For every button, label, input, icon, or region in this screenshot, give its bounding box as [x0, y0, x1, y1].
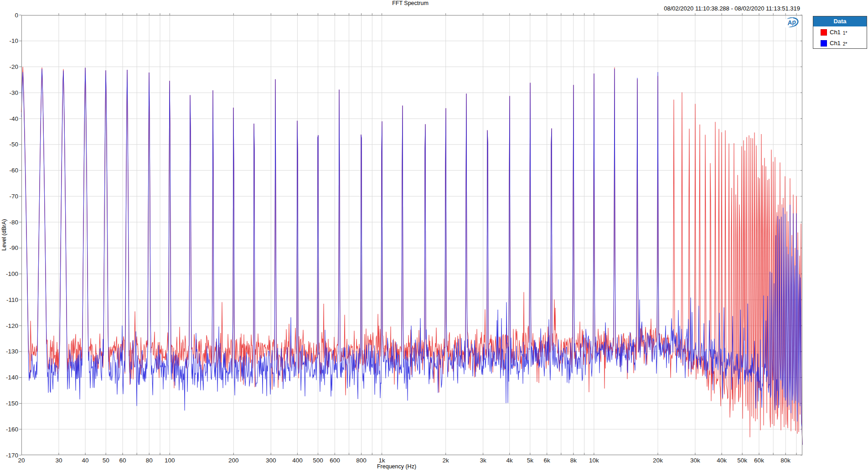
svg-text:-30: -30 — [9, 89, 18, 96]
svg-text:0: 0 — [15, 12, 18, 19]
svg-text:-100: -100 — [6, 270, 18, 277]
svg-text:1k: 1k — [378, 457, 385, 464]
svg-text:30: 30 — [55, 457, 62, 464]
svg-text:80k: 80k — [780, 457, 790, 464]
plot-area[interactable]: 2030405060801002003004005006008001k2k3k4… — [21, 15, 802, 455]
fft-spectrum-window: FFT Spectrum 08/02/2020 11:10:38.288 - 0… — [0, 0, 868, 472]
svg-text:-170: -170 — [6, 452, 18, 459]
svg-text:-90: -90 — [9, 244, 18, 251]
svg-text:200: 200 — [228, 457, 239, 464]
legend-item-ch1-2[interactable]: Ch1 2* — [813, 37, 867, 48]
svg-text:-50: -50 — [9, 141, 18, 148]
svg-text:8k: 8k — [570, 457, 577, 464]
svg-text:300: 300 — [266, 457, 276, 464]
svg-text:5k: 5k — [527, 457, 534, 464]
legend-header: Data — [813, 16, 867, 26]
y-axis-title: Level (dBrA) — [1, 219, 7, 250]
svg-text:-20: -20 — [9, 63, 18, 70]
svg-text:10k: 10k — [589, 457, 599, 464]
svg-text:-120: -120 — [6, 322, 18, 329]
svg-text:40k: 40k — [717, 457, 727, 464]
chart-title: FFT Spectrum — [392, 0, 429, 6]
legend-panel[interactable]: Data Ch1 1* Ch1 2* — [813, 16, 867, 49]
svg-text:60k: 60k — [754, 457, 764, 464]
svg-text:4k: 4k — [506, 457, 513, 464]
plot-canvas[interactable]: 2030405060801002003004005006008001k2k3k4… — [21, 15, 802, 455]
svg-text:40: 40 — [82, 457, 89, 464]
legend-swatch-blue — [821, 40, 827, 47]
svg-text:-80: -80 — [9, 219, 18, 226]
svg-text:-70: -70 — [9, 193, 18, 200]
svg-text:800: 800 — [356, 457, 367, 464]
svg-text:30k: 30k — [690, 457, 700, 464]
svg-text:-140: -140 — [6, 374, 18, 381]
svg-text:-10: -10 — [9, 37, 18, 44]
legend-label: Ch1 — [830, 29, 841, 36]
svg-text:50: 50 — [103, 457, 109, 464]
legend-sublabel: 1* — [843, 31, 847, 36]
legend-swatch-red — [821, 29, 827, 36]
svg-text:400: 400 — [292, 457, 303, 464]
svg-text:50k: 50k — [737, 457, 747, 464]
svg-text:-40: -40 — [9, 115, 18, 122]
svg-text:3k: 3k — [480, 457, 486, 464]
svg-text:600: 600 — [330, 457, 340, 464]
svg-text:20: 20 — [18, 457, 25, 464]
chart-timestamp: 08/02/2020 11:10:38.288 - 08/02/2020 11:… — [664, 5, 800, 12]
legend-item-ch1-1[interactable]: Ch1 1* — [813, 26, 867, 37]
legend-label: Ch1 — [830, 40, 841, 47]
svg-text:-110: -110 — [6, 296, 18, 303]
svg-text:60: 60 — [119, 457, 126, 464]
svg-text:-150: -150 — [6, 400, 18, 407]
svg-text:6k: 6k — [544, 457, 551, 464]
svg-text:-160: -160 — [6, 426, 18, 433]
ap-logo: Ap — [781, 16, 801, 28]
svg-text:20k: 20k — [653, 457, 663, 464]
svg-text:100: 100 — [165, 457, 175, 464]
svg-text:500: 500 — [313, 457, 323, 464]
svg-text:-130: -130 — [6, 348, 18, 355]
legend-sublabel: 2* — [843, 41, 847, 47]
svg-text:-60: -60 — [9, 167, 18, 174]
x-axis-title: Frequency (Hz) — [377, 463, 416, 470]
svg-text:80: 80 — [146, 457, 153, 464]
svg-text:2k: 2k — [443, 457, 450, 464]
